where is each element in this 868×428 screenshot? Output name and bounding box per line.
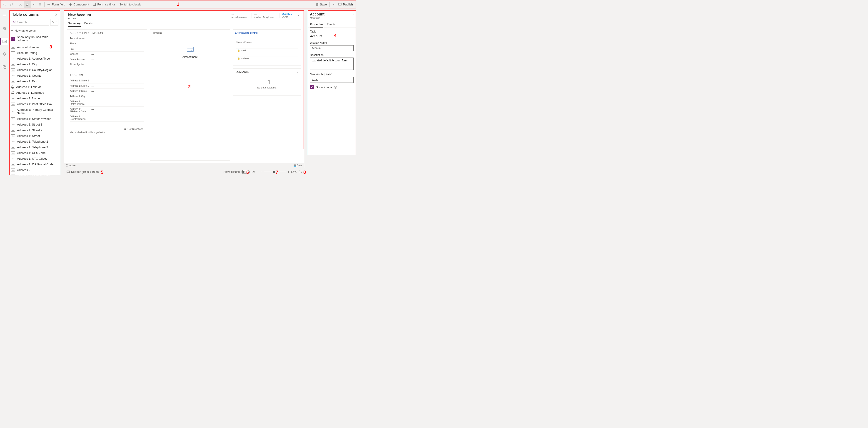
form-field[interactable]: Fax---: [70, 47, 144, 52]
column-item[interactable]: Address 1: Longitude: [9, 90, 60, 95]
more-icon[interactable]: ⋮: [296, 70, 299, 74]
rail-columns[interactable]: Abc: [1, 38, 8, 45]
column-item[interactable]: AbcAddress 1: Telephone 2: [9, 139, 60, 144]
rail-tree[interactable]: [1, 51, 8, 58]
form-inline-save[interactable]: 💾 Save: [293, 164, 302, 167]
column-item[interactable]: AbcAddress 1: Street 3: [9, 133, 60, 139]
table-value: Account: [310, 34, 353, 38]
section-contacts[interactable]: CONTACTS⋮ No data available.: [233, 68, 301, 95]
column-item[interactable]: ▾Address 2: Address Type: [9, 173, 60, 175]
tab-summary[interactable]: Summary: [68, 21, 81, 27]
no-data-text: No data available.: [257, 86, 277, 89]
form-field[interactable]: Address 1: City---: [70, 94, 144, 99]
form-field[interactable]: Address 1: Street 2---: [70, 83, 144, 89]
section-primary-contact[interactable]: Primary Contact --- 🔒 Email---🔒 Business…: [233, 39, 301, 66]
field-value: ---: [231, 13, 247, 16]
cut-button[interactable]: [17, 1, 24, 8]
zoom-in-button[interactable]: +: [288, 170, 289, 173]
column-item[interactable]: 123Address 1: UTC Offset: [9, 156, 60, 162]
column-item[interactable]: AbcAddress 1: Name: [9, 95, 60, 101]
column-item[interactable]: AbcAddress 1: Post Office Box: [9, 101, 60, 107]
events-tab[interactable]: Events: [327, 22, 335, 28]
search-input[interactable]: [17, 21, 47, 24]
redo-button[interactable]: [8, 1, 15, 8]
column-list[interactable]: AbcAccount Number▾Account Rating▾Address…: [9, 44, 60, 175]
max-width-input[interactable]: [310, 77, 353, 83]
column-item[interactable]: AbcAddress 1: Telephone 3: [9, 144, 60, 150]
new-table-column-button[interactable]: + New table column: [9, 27, 60, 34]
header-field[interactable]: Matt PeartOwner: [279, 13, 296, 18]
properties-tab[interactable]: Properties: [310, 22, 323, 28]
switch-to-classic-button[interactable]: Switch to classic: [118, 1, 144, 8]
form-field[interactable]: Address 1: Street 1---: [70, 78, 144, 83]
column-item[interactable]: AbcAddress 1: Street 1: [9, 122, 60, 127]
column-item[interactable]: ▾Account Rating: [9, 50, 60, 56]
column-item[interactable]: AbcAddress 1: Street 2: [9, 127, 60, 133]
form-field[interactable]: Ticker Symbol---: [70, 62, 144, 67]
zoom-out-button[interactable]: −: [260, 170, 262, 173]
section-map[interactable]: Get Directions Map is disabled for this …: [67, 126, 147, 136]
header-field[interactable]: ---Annual Revenue: [229, 13, 249, 19]
get-directions-button[interactable]: Get Directions: [70, 127, 144, 130]
tab-details[interactable]: Details: [84, 21, 93, 27]
show-unused-checkbox-row[interactable]: ✓ Show only unused table columns: [9, 34, 60, 44]
owner-link[interactable]: Matt Peart: [282, 13, 293, 16]
form-field[interactable]: Address 1: Country/Region---: [70, 114, 144, 122]
collapse-icon[interactable]: ›: [353, 13, 353, 16]
column-item[interactable]: AbcAddress 1: County: [9, 73, 60, 79]
form-field[interactable]: Address 1: Street 3---: [70, 89, 144, 94]
paste-button[interactable]: [24, 1, 31, 8]
column-item[interactable]: AbcAddress 1: ZIP/Postal Code: [9, 162, 60, 167]
publish-button[interactable]: Publish: [337, 1, 355, 8]
paste-dropdown[interactable]: [31, 1, 37, 8]
column-item[interactable]: AbcAddress 1: UPS Zone: [9, 150, 60, 156]
undo-button[interactable]: [1, 1, 8, 8]
expand-icon[interactable]: ⛶: [66, 164, 68, 167]
primary-contact-label: Primary Contact: [236, 41, 298, 44]
rail-components[interactable]: [1, 25, 8, 32]
section-address[interactable]: ADDRESS Address 1: Street 1---Address 1:…: [67, 72, 147, 123]
form-field[interactable]: Website---: [70, 52, 144, 57]
column-item[interactable]: ▾Address 1: Address Type: [9, 56, 60, 61]
search-input-wrapper[interactable]: [11, 19, 49, 26]
display-name-input[interactable]: [310, 45, 353, 51]
column-item[interactable]: AbcAddress 1: Primary Contact Name: [9, 107, 60, 116]
form-field[interactable]: Address 1: ZIP/Postal Code---: [70, 107, 144, 114]
show-hidden-toggle[interactable]: [242, 170, 250, 174]
form-field[interactable]: Account Name*---: [70, 36, 144, 41]
column-item[interactable]: AbcAccount Number: [9, 44, 60, 50]
column-item[interactable]: Address 1: Latitude: [9, 84, 60, 90]
zoom-slider[interactable]: [264, 172, 286, 172]
fit-to-screen-button[interactable]: ⛶: [299, 170, 302, 173]
error-loading-control-link[interactable]: Error loading control: [233, 29, 301, 36]
form-field[interactable]: Phone---: [70, 41, 144, 47]
description-input[interactable]: [310, 58, 353, 70]
column-item[interactable]: AbcAddress 1: Fax: [9, 79, 60, 84]
show-image-checkbox[interactable]: ✓ Show image i: [310, 85, 353, 89]
column-item[interactable]: AbcAddress 2: [9, 167, 60, 173]
save-dropdown[interactable]: [331, 1, 337, 8]
add-component-button[interactable]: Component: [67, 1, 91, 8]
form-field[interactable]: Parent Account---: [70, 57, 144, 62]
section-account-info[interactable]: ACCOUNT INFORMATION Account Name*---Phon…: [67, 29, 147, 69]
close-icon[interactable]: ✕: [55, 13, 58, 17]
add-form-field-button[interactable]: Form field: [45, 1, 67, 8]
column-item[interactable]: AbcAddress 1: City: [9, 61, 60, 67]
form-preview[interactable]: New Account Account ---Annual Revenue---…: [64, 10, 304, 168]
header-field[interactable]: ---Number of Employees: [252, 13, 277, 19]
chevron-down-icon[interactable]: ⌄: [298, 13, 300, 17]
text-type-icon: Abc: [11, 140, 15, 143]
form-field[interactable]: Address 1: State/Province---: [70, 99, 144, 107]
delete-button[interactable]: [37, 1, 43, 8]
info-icon[interactable]: i: [334, 86, 337, 89]
form-settings-button[interactable]: Form settings: [91, 1, 118, 8]
form-canvas: New Account Account ---Annual Revenue---…: [64, 10, 304, 168]
rail-hamburger[interactable]: [1, 12, 8, 20]
column-item[interactable]: AbcAddress 1: State/Province: [9, 116, 60, 122]
filter-button[interactable]: [50, 19, 58, 26]
save-button[interactable]: Save: [314, 1, 329, 8]
device-selector[interactable]: Desktop (1920 x 1080): [67, 170, 102, 173]
column-item[interactable]: AbcAddress 1: Country/Region: [9, 67, 60, 73]
timeline-control[interactable]: Timeline Almost there: [150, 29, 230, 161]
rail-form-libraries[interactable]: [1, 63, 8, 70]
